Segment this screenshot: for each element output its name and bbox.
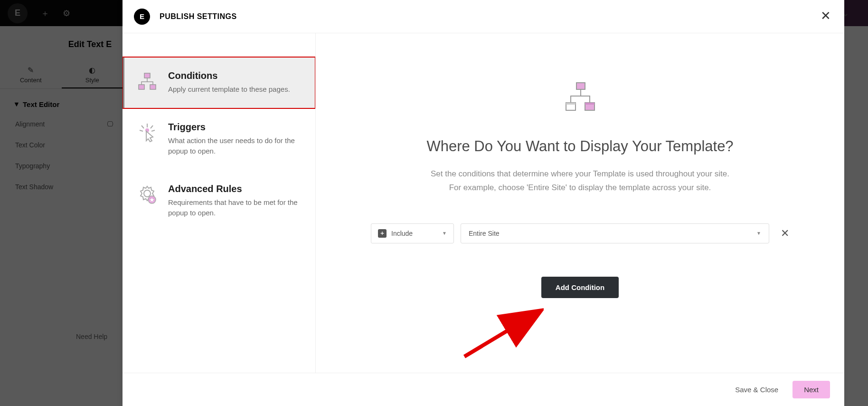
svg-line-17 <box>464 314 536 357</box>
location-value: Entire Site <box>469 230 500 237</box>
svg-rect-2 <box>150 85 156 89</box>
close-icon[interactable]: ✕ <box>821 10 831 22</box>
chevron-down-icon: ▼ <box>756 231 761 236</box>
sitemap-large-icon <box>561 81 599 114</box>
modal-sidebar: Conditions Apply current template to the… <box>123 33 316 373</box>
svg-point-9 <box>144 190 151 197</box>
svg-rect-11 <box>576 83 585 89</box>
elementor-logo-icon: E <box>134 9 150 25</box>
condition-row: ＋ Include ▼ Entire Site ▼ ✕ <box>371 223 789 243</box>
sidebar-advanced-desc: Requirements that have to be met for the… <box>168 197 302 219</box>
next-button[interactable]: Next <box>793 381 830 398</box>
chevron-down-icon: ▼ <box>442 231 447 236</box>
sidebar-conditions-desc: Apply current template to these pages. <box>168 84 290 95</box>
sidebar-item-conditions[interactable]: Conditions Apply current template to the… <box>123 57 315 108</box>
plus-badge-icon: ＋ <box>378 229 387 238</box>
annotation-arrow-icon <box>461 307 544 361</box>
location-select[interactable]: Entire Site ▼ <box>461 223 769 243</box>
sidebar-item-triggers[interactable]: Triggers What action the user needs to d… <box>123 108 315 170</box>
click-icon <box>136 122 159 145</box>
svg-rect-15 <box>585 103 594 105</box>
modal-footer: Save & Close Next <box>123 373 844 406</box>
svg-rect-0 <box>144 73 150 78</box>
main-desc-line2: For example, choose 'Entire Site' to dis… <box>449 183 711 192</box>
sidebar-item-advanced-rules[interactable]: Advanced Rules Requirements that have to… <box>123 170 315 232</box>
main-heading: Where Do You Want to Display Your Templa… <box>426 138 733 155</box>
include-select[interactable]: ＋ Include ▼ <box>371 223 454 243</box>
publish-settings-modal: E PUBLISH SETTINGS ✕ Conditions Apply cu… <box>123 0 844 406</box>
svg-line-6 <box>140 130 143 131</box>
modal-main: Where Do You Want to Display Your Templa… <box>316 33 844 373</box>
remove-condition-icon[interactable]: ✕ <box>781 228 789 239</box>
modal-title: PUBLISH SETTINGS <box>160 12 237 21</box>
sidebar-triggers-title: Triggers <box>168 122 302 133</box>
svg-line-7 <box>151 130 155 131</box>
gear-star-icon <box>136 184 159 206</box>
svg-rect-13 <box>566 103 576 105</box>
include-label: Include <box>391 230 413 237</box>
sidebar-triggers-desc: What action the user needs to do for the… <box>168 135 302 157</box>
svg-line-5 <box>151 126 153 128</box>
sidebar-advanced-title: Advanced Rules <box>168 184 302 194</box>
svg-rect-1 <box>139 85 144 89</box>
sitemap-icon <box>136 70 159 93</box>
main-desc-line1: Set the conditions that determine where … <box>431 169 729 178</box>
main-description: Set the conditions that determine where … <box>431 167 729 195</box>
sidebar-conditions-title: Conditions <box>168 70 290 81</box>
svg-line-4 <box>142 126 144 128</box>
add-condition-button[interactable]: Add Condition <box>541 277 619 298</box>
modal-header: E PUBLISH SETTINGS ✕ <box>123 0 844 33</box>
save-close-link[interactable]: Save & Close <box>735 386 778 394</box>
